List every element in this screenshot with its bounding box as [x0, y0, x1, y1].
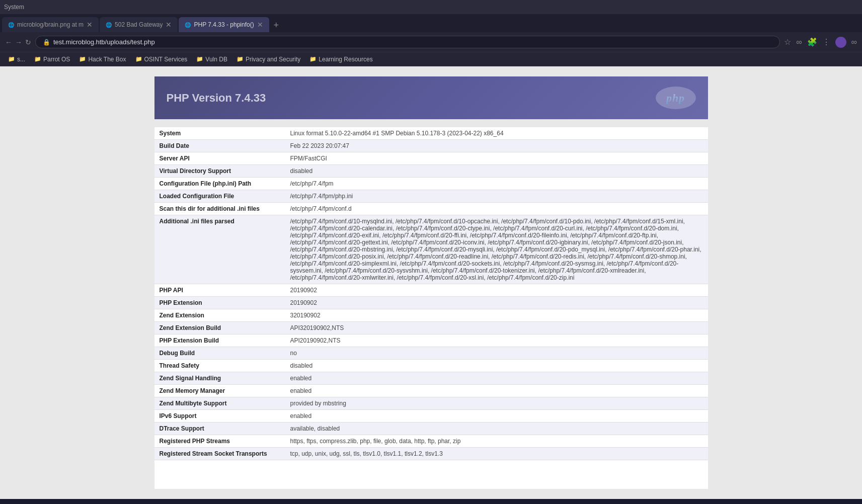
nav-icons: ← → ↻ — [5, 38, 31, 46]
toolbar-right: ☆ ∞ 🧩 ⋮ ∞ — [784, 37, 857, 48]
table-cell-value: tcp, udp, unix, udg, ssl, tls, tlsv1.0, … — [285, 448, 708, 460]
bookmark-bm2[interactable]: 📁Hack The Box — [75, 55, 130, 64]
bookmark-bm0[interactable]: 📁s... — [4, 55, 29, 64]
table-cell-key: Loaded Configuration File — [154, 190, 285, 203]
extra-icon[interactable]: ∞ — [851, 38, 857, 47]
table-cell-key: Configuration File (php.ini) Path — [154, 178, 285, 190]
back-icon[interactable]: ← — [5, 38, 12, 46]
php-info-container: PHP Version 7.4.33 php SystemLinux forma… — [154, 76, 708, 489]
tab-label-tab2: 502 Bad Gateway — [115, 21, 163, 28]
lock-icon: 🔒 — [43, 39, 50, 46]
star-icon[interactable]: ☆ — [784, 37, 791, 47]
table-cell-key: Server API — [154, 152, 285, 165]
bookmark-bm1[interactable]: 📁Parrot OS — [30, 55, 74, 64]
bookmark-icon-bm2: 📁 — [79, 56, 86, 62]
table-spacer — [154, 119, 708, 127]
table-cell-value: Feb 22 2023 20:07:47 — [285, 140, 708, 152]
table-cell-key: System — [154, 127, 285, 140]
table-cell-value: enabled — [285, 410, 708, 423]
table-cell-key: Zend Signal Handling — [154, 372, 285, 385]
bookmarksbar: 📁s...📁Parrot OS📁Hack The Box📁OSINT Servi… — [0, 52, 862, 66]
table-cell-value: API320190902,NTS — [285, 322, 708, 334]
table-cell-value: available, disabled — [285, 423, 708, 435]
table-cell-key: Build Date — [154, 140, 285, 152]
table-cell-key: Thread Safety — [154, 360, 285, 372]
table-cell-key: Additional .ini files parsed — [154, 215, 285, 284]
tab-label-tab3: PHP 7.4.33 - phpinfo() — [194, 21, 254, 28]
table-cell-key: Zend Extension Build — [154, 322, 285, 334]
php-logo: php — [656, 87, 696, 109]
table-row: Virtual Directory Supportdisabled — [154, 165, 708, 178]
table-cell-value: no — [285, 347, 708, 360]
table-cell-key: IPv6 Support — [154, 410, 285, 423]
table-cell-value: enabled — [285, 385, 708, 397]
table-cell-value: /etc/php/7.4/fpm/php.ini — [285, 190, 708, 203]
titlebar: System — [0, 0, 862, 14]
php-version: PHP Version 7.4.33 — [167, 92, 266, 105]
table-cell-key: PHP Extension Build — [154, 334, 285, 347]
table-cell-value: 20190902 — [285, 297, 708, 309]
content-area: PHP Version 7.4.33 php SystemLinux forma… — [0, 66, 862, 499]
bookmark-bm6[interactable]: 📁Learning Resources — [305, 55, 376, 64]
bookmark-bm5[interactable]: 📁Privacy and Security — [232, 55, 304, 64]
table-cell-key: Debug Build — [154, 347, 285, 360]
table-cell-key: Zend Extension — [154, 309, 285, 322]
table-row: Registered Stream Socket Transportstcp, … — [154, 448, 708, 460]
tab-tab2[interactable]: 🌐502 Bad Gateway✕ — [100, 17, 178, 32]
puzzle-icon[interactable]: 🧩 — [807, 37, 817, 47]
tab-close-tab2[interactable]: ✕ — [166, 21, 172, 29]
tabbar: 🌐microblog/brain.png at m✕🌐502 Bad Gatew… — [0, 14, 862, 32]
table-row: Zend Multibyte Supportprovided by mbstri… — [154, 397, 708, 410]
titlebar-text: System — [4, 4, 24, 11]
bookmark-bm3[interactable]: 📁OSINT Services — [131, 55, 192, 64]
table-row: PHP Extension BuildAPI20190902,NTS — [154, 334, 708, 347]
settings-icon[interactable]: ⋮ — [822, 37, 830, 47]
reload-icon[interactable]: ↻ — [25, 38, 31, 46]
address-input-container[interactable]: 🔒 test.microblog.htb/uploads/test.php — [35, 36, 780, 48]
table-cell-value: 320190902 — [285, 309, 708, 322]
table-cell-value: 20190902 — [285, 284, 708, 297]
table-row: Zend Memory Managerenabled — [154, 385, 708, 397]
tab-close-tab3[interactable]: ✕ — [257, 21, 263, 29]
bookmark-label-bm0: s... — [17, 56, 25, 63]
extension-icon[interactable]: ∞ — [796, 38, 802, 47]
bookmark-bm4[interactable]: 📁Vuln DB — [192, 55, 231, 64]
table-cell-key: PHP API — [154, 284, 285, 297]
tab-favicon-tab1: 🌐 — [8, 22, 14, 28]
avatar[interactable] — [835, 37, 846, 48]
php-info-table: SystemLinux format 5.10.0-22-amd64 #1 SM… — [154, 127, 708, 460]
table-cell-key: Scan this dir for additional .ini files — [154, 203, 285, 215]
bookmark-label-bm2: Hack The Box — [88, 56, 126, 63]
tab-close-tab1[interactable]: ✕ — [87, 21, 93, 29]
bookmark-icon-bm3: 📁 — [135, 56, 142, 62]
table-cell-key: PHP Extension — [154, 297, 285, 309]
php-logo-text: php — [666, 92, 685, 105]
table-row: Loaded Configuration File/etc/php/7.4/fp… — [154, 190, 708, 203]
table-cell-value: FPM/FastCGI — [285, 152, 708, 165]
table-row: Additional .ini files parsed/etc/php/7.4… — [154, 215, 708, 284]
bookmark-label-bm4: Vuln DB — [205, 56, 227, 63]
tab-favicon-tab3: 🌐 — [185, 22, 191, 28]
table-row: Server APIFPM/FastCGI — [154, 152, 708, 165]
forward-icon[interactable]: → — [15, 38, 22, 46]
tab-tab1[interactable]: 🌐microblog/brain.png at m✕ — [2, 17, 99, 32]
table-row: Scan this dir for additional .ini files/… — [154, 203, 708, 215]
table-row: Build DateFeb 22 2023 20:07:47 — [154, 140, 708, 152]
table-cell-key: Registered Stream Socket Transports — [154, 448, 285, 460]
php-header: PHP Version 7.4.33 php — [154, 76, 708, 119]
table-row: SystemLinux format 5.10.0-22-amd64 #1 SM… — [154, 127, 708, 140]
table-cell-value: provided by mbstring — [285, 397, 708, 410]
table-cell-key: DTrace Support — [154, 423, 285, 435]
bookmark-label-bm3: OSINT Services — [144, 56, 188, 63]
table-row: IPv6 Supportenabled — [154, 410, 708, 423]
bookmark-icon-bm4: 📁 — [196, 56, 203, 62]
tab-tab3[interactable]: 🌐PHP 7.4.33 - phpinfo()✕ — [179, 17, 269, 32]
table-cell-value: Linux format 5.10.0-22-amd64 #1 SMP Debi… — [285, 127, 708, 140]
table-cell-value: API20190902,NTS — [285, 334, 708, 347]
new-tab-button[interactable]: + — [269, 18, 283, 32]
table-cell-value: https, ftps, compress.zlib, php, file, g… — [285, 435, 708, 448]
bookmark-icon-bm6: 📁 — [309, 56, 317, 62]
table-row: PHP API20190902 — [154, 284, 708, 297]
bookmark-icon-bm5: 📁 — [237, 56, 244, 62]
bookmark-label-bm6: Learning Resources — [319, 56, 372, 63]
